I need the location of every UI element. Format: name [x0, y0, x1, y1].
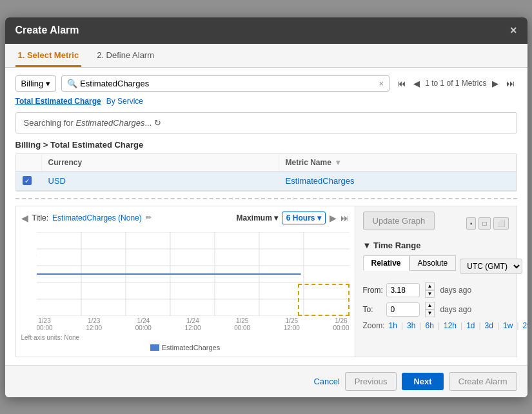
from-row: From: ▲ ▼ days ago: [363, 282, 509, 298]
pagination-text: 1 to 1 of 1 Metrics: [425, 79, 486, 88]
search-row: Billing ▾ 🔍 × ⏮ ◀ 1 to 1 of 1 Metrics ▶ …: [15, 75, 517, 92]
chart-icon-1[interactable]: ▪: [466, 217, 477, 230]
chart-title-bar: ◀ Title: EstimatedCharges (None) ✏ Maxim…: [21, 212, 350, 227]
zoom-3h[interactable]: 3h: [407, 321, 415, 330]
time-range-section: ▼ Time Range Relative Absolute UTC (GMT): [363, 241, 509, 330]
create-alarm-button[interactable]: Create Alarm: [449, 372, 517, 391]
chart-title-value: EstimatedCharges (None): [52, 213, 142, 222]
breadcrumb-text: Billing > Total Estimated Charge: [15, 140, 144, 150]
close-button[interactable]: ×: [510, 24, 517, 37]
time-dropdown[interactable]: 6 Hours ▾: [282, 212, 326, 224]
table-header: Currency Metric Name ▾: [16, 154, 517, 172]
zoom-1w[interactable]: 1w: [503, 321, 513, 330]
search-input[interactable]: [80, 79, 376, 88]
from-value-input[interactable]: [386, 283, 420, 297]
chart-x-labels: 1/2300:00 1/2312:00 1/2400:00 1/2412:00 …: [37, 316, 350, 333]
zoom-12h[interactable]: 12h: [444, 321, 457, 330]
time-tab-relative[interactable]: Relative: [363, 255, 409, 271]
col-currency: Currency: [42, 154, 279, 171]
chart-legend: EstimatedCharges: [21, 344, 350, 351]
modal-footer: Cancel Previous Next Create Alarm: [5, 365, 527, 397]
x-label-1: 1/2312:00: [86, 317, 102, 331]
from-up-button[interactable]: ▲: [425, 282, 435, 290]
row-currency: USD: [42, 172, 279, 190]
chart-prev-icon[interactable]: ◀: [21, 213, 28, 223]
zoom-3d[interactable]: 3d: [485, 321, 493, 330]
chart-title-label: Title:: [32, 213, 49, 222]
legend-label: EstimatedCharges: [162, 344, 221, 351]
modal-body: Billing ▾ 🔍 × ⏮ ◀ 1 to 1 of 1 Metrics ▶ …: [5, 68, 527, 365]
checkbox-checked-icon: ✓: [23, 176, 32, 185]
tab-define-alarm[interactable]: 2. Define Alarm: [94, 44, 157, 67]
col-metric-name: Metric Name ▾: [279, 154, 517, 171]
next-button[interactable]: Next: [402, 373, 443, 390]
search-box: 🔍 ×: [61, 75, 389, 92]
zoom-row: Zoom: 1h | 3h | 6h | 12h | 1d | 3d | 1w …: [363, 321, 509, 330]
update-row: Update Graph ▪ □ ⬜: [363, 212, 509, 235]
tab-select-metric[interactable]: 1. Select Metric: [15, 44, 82, 67]
chart-icon-3[interactable]: ⬜: [493, 217, 509, 230]
zoom-6h[interactable]: 6h: [425, 321, 433, 330]
x-label-3: 1/2412:00: [184, 317, 201, 331]
dropdown-arrow-icon: ▾: [46, 79, 50, 88]
x-label-2: 1/2400:00: [135, 317, 152, 331]
clear-icon[interactable]: ×: [379, 79, 384, 88]
zoom-label: Zoom:: [363, 321, 385, 330]
to-value-input[interactable]: [386, 302, 420, 317]
search-status-term: EstimatedCharges: [75, 118, 144, 128]
zoom-1d[interactable]: 1d: [466, 321, 475, 330]
time-range-title: ▼ Time Range: [363, 241, 509, 250]
col-metric-label: Metric Name: [286, 158, 331, 167]
cancel-button[interactable]: Cancel: [313, 377, 339, 386]
prev-page-button[interactable]: ◀: [411, 77, 422, 90]
table-row[interactable]: ✓ USD EstimatedCharges: [16, 172, 517, 191]
x-label-5: 1/2512:00: [284, 317, 300, 331]
edit-title-icon[interactable]: ✏: [146, 213, 152, 222]
filter-by-service[interactable]: By Service: [106, 97, 143, 106]
search-status: Searching for EstimatedCharges... ↻: [15, 112, 517, 133]
search-icon: 🔍: [67, 79, 77, 88]
pagination-row: ⏮ ◀ 1 to 1 of 1 Metrics ▶ ⏭: [395, 77, 517, 90]
from-unit-label: days ago: [440, 286, 471, 295]
previous-button[interactable]: Previous: [345, 372, 397, 391]
sort-metric-icon: ▾: [336, 158, 340, 167]
last-page-button[interactable]: ⏭: [504, 77, 517, 90]
stat-arrow-icon: ▾: [274, 213, 278, 222]
stat-dropdown[interactable]: Maximum ▾: [236, 213, 277, 222]
modal-header: Create Alarm ×: [5, 17, 527, 44]
time-range-tabs: Relative Absolute: [363, 255, 457, 271]
first-page-button[interactable]: ⏮: [395, 77, 408, 90]
to-down-button[interactable]: ▼: [425, 310, 435, 317]
timezone-select[interactable]: UTC (GMT): [460, 259, 522, 274]
zoom-1h[interactable]: 1h: [389, 321, 397, 330]
to-spinner: ▲ ▼: [425, 302, 435, 317]
chart-left: ◀ Title: EstimatedCharges (None) ✏ Maxim…: [16, 206, 355, 357]
to-label: To:: [363, 305, 381, 314]
filter-total-estimated-charge[interactable]: Total Estimated Charge: [15, 97, 101, 106]
from-down-button[interactable]: ▼: [425, 290, 435, 298]
search-status-suffix: ...: [144, 118, 152, 128]
search-status-prefix: Searching for: [24, 118, 76, 128]
chart-icon-2[interactable]: □: [478, 217, 490, 230]
next-page-button[interactable]: ▶: [489, 77, 501, 90]
chart-next-icon[interactable]: ▶: [330, 213, 337, 223]
update-graph-button[interactable]: Update Graph: [363, 212, 435, 230]
x-label-4: 1/2500:00: [234, 317, 250, 331]
x-label-0: 1/2300:00: [37, 317, 53, 331]
breadcrumb: Billing > Total Estimated Charge: [15, 140, 517, 150]
modal-tabs: 1. Select Metric 2. Define Alarm: [5, 44, 527, 68]
legend-color-swatch: [150, 344, 159, 351]
zoom-2w[interactable]: 2w: [523, 321, 527, 330]
service-dropdown[interactable]: Billing ▾: [15, 75, 57, 92]
create-alarm-modal: Create Alarm × 1. Select Metric 2. Defin…: [5, 17, 527, 397]
modal-title: Create Alarm: [15, 25, 79, 36]
chart-left-units: Left axis units: None: [21, 334, 350, 341]
chart-last-icon[interactable]: ⏭: [340, 213, 350, 223]
row-checkbox[interactable]: ✓: [16, 172, 42, 190]
row-metric-name: EstimatedCharges: [279, 172, 517, 190]
chart-right-panel: Update Graph ▪ □ ⬜ ▼ Time Range Relative: [355, 206, 517, 357]
to-up-button[interactable]: ▲: [425, 302, 435, 310]
time-arrow-icon: ▾: [317, 213, 321, 222]
time-tab-absolute[interactable]: Absolute: [409, 255, 457, 271]
section-divider: [15, 198, 517, 199]
